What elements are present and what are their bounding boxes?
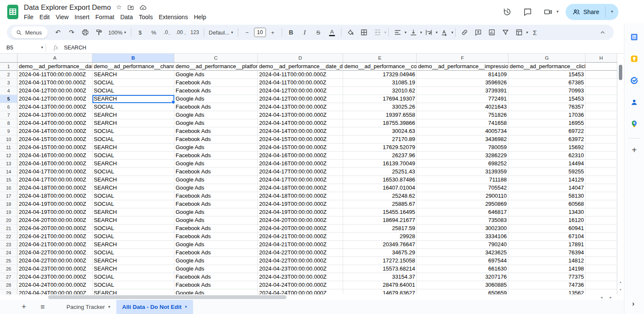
cell-c8[interactable]: Google Ads xyxy=(174,119,258,127)
cell-d3[interactable]: 2024-04-11T00:00:00.000Z xyxy=(258,79,343,87)
cell-d2[interactable]: 2024-04-11T00:00:00.000Z xyxy=(258,71,343,79)
cell-e23[interactable]: 20349.76647 xyxy=(343,241,417,249)
google-maps-icon[interactable] xyxy=(630,120,638,128)
cell-c25[interactable]: Google Ads xyxy=(174,257,258,265)
menu-view[interactable]: View xyxy=(53,13,72,21)
cell-b15[interactable]: SEARCH xyxy=(92,176,174,184)
cell-h24[interactable] xyxy=(586,249,617,257)
cell-d7[interactable]: 2024-04-13T00:00:00.000Z xyxy=(258,111,343,119)
meet-caret-icon[interactable]: ▾ xyxy=(557,10,559,14)
cell-e27[interactable]: 33154.37 xyxy=(343,273,417,281)
insert-link-button[interactable] xyxy=(458,27,471,38)
strikethrough-button[interactable]: S xyxy=(312,27,325,38)
column-header-e[interactable]: E xyxy=(343,54,417,62)
row-header-2[interactable]: 2 xyxy=(0,71,17,79)
move-folder-icon[interactable] xyxy=(127,4,134,11)
cell-f7[interactable]: 751826 xyxy=(417,111,508,119)
cell-a10[interactable]: 2024-04-15T00:00:00.000Z xyxy=(17,135,92,144)
cell-b8[interactable]: SEARCH xyxy=(92,119,174,127)
cell-g17[interactable]: 58130 xyxy=(508,192,586,200)
cell-b10[interactable]: SOCIAL xyxy=(92,135,174,144)
cell-e1[interactable]: demo__ad_performance__cost xyxy=(343,63,417,71)
menus-search-button[interactable]: Menus xyxy=(11,26,48,38)
row-header-12[interactable]: 12 xyxy=(0,152,17,160)
sheet-tab-caret-icon[interactable]: ▾ xyxy=(185,305,187,309)
cell-h4[interactable] xyxy=(586,87,617,95)
cell-f9[interactable]: 4005734 xyxy=(417,127,508,135)
cell-a4[interactable]: 2024-04-12T00:00:00.000Z xyxy=(17,87,92,95)
row-header-1[interactable]: 1 xyxy=(0,63,17,71)
cell-c22[interactable]: Facebook Ads xyxy=(174,233,258,241)
cell-h19[interactable] xyxy=(586,208,617,216)
cell-h18[interactable] xyxy=(586,200,617,208)
bold-button[interactable]: B xyxy=(284,27,298,38)
comments-icon[interactable] xyxy=(519,3,536,20)
cloud-save-status-icon[interactable] xyxy=(139,4,147,11)
show-side-panel-icon[interactable]: › xyxy=(632,300,635,308)
table-views-button[interactable] xyxy=(512,27,526,38)
row-header-7[interactable]: 7 xyxy=(0,111,17,119)
functions-button[interactable]: Σ xyxy=(528,27,542,38)
cell-c17[interactable]: Facebook Ads xyxy=(174,192,258,200)
cell-c12[interactable]: Facebook Ads xyxy=(174,152,258,160)
cell-f24[interactable]: 3423625 xyxy=(417,249,508,257)
cell-c24[interactable]: Facebook Ads xyxy=(174,249,258,257)
cell-f10[interactable]: 3436982 xyxy=(417,135,508,144)
cell-d16[interactable]: 2024-04-18T00:00:00.000Z xyxy=(258,184,343,192)
cell-g19[interactable]: 13430 xyxy=(508,208,586,216)
row-header-8[interactable]: 8 xyxy=(0,119,17,127)
cell-b6[interactable]: SOCIAL xyxy=(92,103,174,111)
cell-f15[interactable]: 711188 xyxy=(417,176,508,184)
cell-d27[interactable]: 2024-04-23T00:00:00.000Z xyxy=(258,273,343,281)
cell-g15[interactable]: 14129 xyxy=(508,176,586,184)
menu-insert[interactable]: Insert xyxy=(72,13,92,21)
format-currency-button[interactable]: $ xyxy=(133,27,147,38)
row-header-22[interactable]: 22 xyxy=(0,233,17,241)
cell-a22[interactable]: 2024-04-21T00:00:00.000Z xyxy=(17,233,92,241)
cell-d28[interactable]: 2024-04-24T00:00:00.000Z xyxy=(258,281,343,289)
cell-a3[interactable]: 2024-04-11T00:00:00.000Z xyxy=(17,79,92,87)
text-rotation-caret-icon[interactable]: ▾ xyxy=(451,31,453,35)
increase-font-size-button[interactable]: + xyxy=(266,27,280,38)
cell-a27[interactable]: 2024-04-23T00:00:00.000Z xyxy=(17,273,92,281)
cell-h11[interactable] xyxy=(586,144,617,152)
cell-c7[interactable]: Google Ads xyxy=(174,111,258,119)
font-size-input[interactable]: 10 xyxy=(254,28,266,37)
cell-d10[interactable]: 2024-04-15T00:00:00.000Z xyxy=(258,135,343,144)
cell-d21[interactable]: 2024-04-20T00:00:00.000Z xyxy=(258,225,343,233)
star-icon[interactable]: ☆ xyxy=(116,3,121,11)
cell-f17[interactable]: 2900110 xyxy=(417,192,508,200)
cell-c20[interactable]: Google Ads xyxy=(174,216,258,225)
cell-e5[interactable]: 17694.19307 xyxy=(343,95,417,103)
menu-help[interactable]: Help xyxy=(191,13,209,21)
cell-g2[interactable]: 15453 xyxy=(508,71,586,79)
cell-h10[interactable] xyxy=(586,135,617,144)
cell-g5[interactable]: 15453 xyxy=(508,95,586,103)
formula-input[interactable]: SEARCH xyxy=(64,45,86,51)
cell-a2[interactable]: 2024-04-11T00:00:00.000Z xyxy=(17,71,92,79)
cell-f27[interactable]: 3207176 xyxy=(417,273,508,281)
cell-f21[interactable]: 3002300 xyxy=(417,225,508,233)
cell-f11[interactable]: 780059 xyxy=(417,144,508,152)
cell-h22[interactable] xyxy=(586,233,617,241)
italic-button[interactable]: I xyxy=(298,27,312,38)
add-sheet-button[interactable]: + xyxy=(17,300,31,314)
row-header-20[interactable]: 20 xyxy=(0,216,17,225)
horizontal-align-button[interactable] xyxy=(391,27,404,38)
sheet-tab-pacing-tracker[interactable]: Pacing Tracker▾ xyxy=(61,300,116,314)
cell-b27[interactable]: SOCIAL xyxy=(92,273,174,281)
cell-d4[interactable]: 2024-04-12T00:00:00.000Z xyxy=(258,87,343,95)
cell-a6[interactable]: 2024-04-13T00:00:00.000Z xyxy=(17,103,92,111)
cell-e3[interactable]: 31085.19 xyxy=(343,79,417,87)
row-header-24[interactable]: 24 xyxy=(0,249,17,257)
cell-g18[interactable]: 60568 xyxy=(508,200,586,208)
doc-title[interactable]: Data Explorer Export Demo xyxy=(24,3,111,12)
cell-d6[interactable]: 2024-04-13T00:00:00.000Z xyxy=(258,103,343,111)
format-percent-button[interactable]: % xyxy=(147,27,161,38)
row-header-18[interactable]: 18 xyxy=(0,200,17,208)
cell-f28[interactable]: 3060885 xyxy=(417,281,508,289)
cell-g22[interactable]: 67104 xyxy=(508,233,586,241)
row-header-11[interactable]: 11 xyxy=(0,144,17,152)
cell-a21[interactable]: 2024-04-20T00:00:00.000Z xyxy=(17,225,92,233)
cell-a9[interactable]: 2024-04-14T00:00:00.000Z xyxy=(17,127,92,135)
